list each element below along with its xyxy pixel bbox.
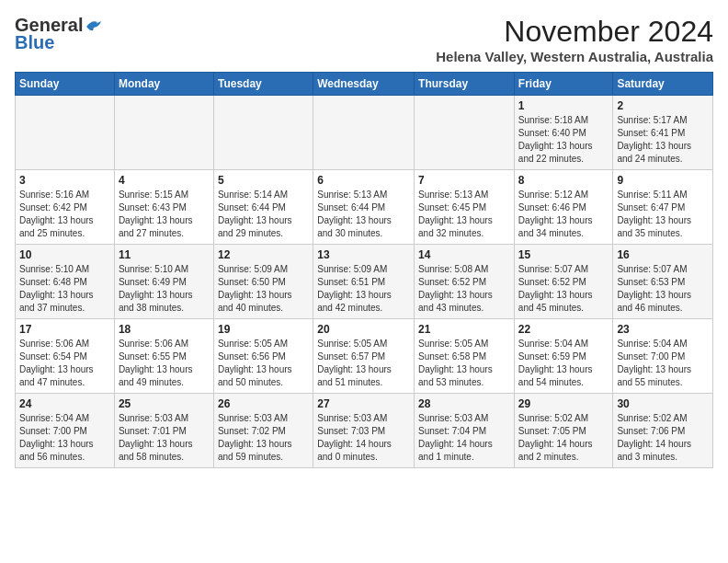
calendar-week-row: 24Sunrise: 5:04 AM Sunset: 7:00 PM Dayli… — [16, 394, 713, 468]
calendar-cell: 15Sunrise: 5:07 AM Sunset: 6:52 PM Dayli… — [514, 245, 613, 319]
calendar-cell: 9Sunrise: 5:11 AM Sunset: 6:47 PM Daylig… — [613, 170, 713, 245]
calendar-cell: 10Sunrise: 5:10 AM Sunset: 6:48 PM Dayli… — [16, 245, 115, 319]
calendar-cell: 7Sunrise: 5:13 AM Sunset: 6:45 PM Daylig… — [415, 170, 515, 245]
day-info: Sunrise: 5:06 AM Sunset: 6:55 PM Dayligh… — [119, 338, 210, 389]
day-number: 26 — [218, 397, 309, 410]
calendar-cell: 26Sunrise: 5:03 AM Sunset: 7:02 PM Dayli… — [213, 394, 313, 468]
calendar-cell — [313, 96, 415, 170]
day-number: 27 — [317, 397, 410, 410]
location-title: Helena Valley, Western Australia, Austra… — [436, 49, 713, 64]
calendar-cell: 28Sunrise: 5:03 AM Sunset: 7:04 PM Dayli… — [415, 394, 515, 468]
calendar-cell: 21Sunrise: 5:05 AM Sunset: 6:58 PM Dayli… — [415, 319, 515, 394]
calendar-cell: 13Sunrise: 5:09 AM Sunset: 6:51 PM Dayli… — [313, 245, 415, 319]
calendar-table: SundayMondayTuesdayWednesdayThursdayFrid… — [15, 72, 713, 468]
day-info: Sunrise: 5:02 AM Sunset: 7:05 PM Dayligh… — [518, 412, 609, 464]
day-info: Sunrise: 5:03 AM Sunset: 7:02 PM Dayligh… — [218, 412, 309, 464]
day-number: 7 — [418, 174, 510, 187]
calendar-cell: 23Sunrise: 5:04 AM Sunset: 7:00 PM Dayli… — [613, 319, 713, 394]
day-info: Sunrise: 5:09 AM Sunset: 6:50 PM Dayligh… — [218, 263, 309, 315]
day-info: Sunrise: 5:16 AM Sunset: 6:42 PM Dayligh… — [19, 189, 110, 240]
calendar-week-row: 1Sunrise: 5:18 AM Sunset: 6:40 PM Daylig… — [16, 96, 713, 170]
calendar-cell: 11Sunrise: 5:10 AM Sunset: 6:49 PM Dayli… — [114, 245, 213, 319]
calendar-week-row: 10Sunrise: 5:10 AM Sunset: 6:48 PM Dayli… — [16, 245, 713, 319]
day-number: 8 — [518, 174, 609, 187]
day-number: 14 — [418, 248, 510, 261]
day-info: Sunrise: 5:15 AM Sunset: 6:43 PM Dayligh… — [119, 189, 210, 240]
day-info: Sunrise: 5:10 AM Sunset: 6:49 PM Dayligh… — [119, 263, 210, 315]
calendar-cell: 2Sunrise: 5:17 AM Sunset: 6:41 PM Daylig… — [613, 96, 713, 170]
calendar-cell: 24Sunrise: 5:04 AM Sunset: 7:00 PM Dayli… — [16, 394, 115, 468]
weekday-header-sunday: Sunday — [16, 73, 115, 96]
day-number: 24 — [19, 397, 110, 410]
day-info: Sunrise: 5:04 AM Sunset: 6:59 PM Dayligh… — [518, 338, 609, 389]
day-info: Sunrise: 5:03 AM Sunset: 7:03 PM Dayligh… — [317, 412, 410, 464]
weekday-header-saturday: Saturday — [613, 73, 713, 96]
day-number: 25 — [119, 397, 210, 410]
day-info: Sunrise: 5:04 AM Sunset: 7:00 PM Dayligh… — [19, 412, 110, 464]
day-info: Sunrise: 5:09 AM Sunset: 6:51 PM Dayligh… — [317, 263, 410, 315]
day-number: 15 — [518, 248, 609, 261]
day-info: Sunrise: 5:13 AM Sunset: 6:44 PM Dayligh… — [317, 189, 410, 240]
day-number: 28 — [418, 397, 510, 410]
calendar-cell: 25Sunrise: 5:03 AM Sunset: 7:01 PM Dayli… — [114, 394, 213, 468]
day-number: 1 — [518, 99, 609, 112]
calendar-cell: 12Sunrise: 5:09 AM Sunset: 6:50 PM Dayli… — [213, 245, 313, 319]
calendar-cell: 22Sunrise: 5:04 AM Sunset: 6:59 PM Dayli… — [514, 319, 613, 394]
day-number: 12 — [218, 248, 309, 261]
day-number: 9 — [617, 174, 709, 187]
day-number: 20 — [317, 323, 410, 336]
calendar-cell: 27Sunrise: 5:03 AM Sunset: 7:03 PM Dayli… — [313, 394, 415, 468]
day-info: Sunrise: 5:17 AM Sunset: 6:41 PM Dayligh… — [617, 114, 709, 166]
weekday-header-friday: Friday — [514, 73, 613, 96]
day-number: 3 — [19, 174, 110, 187]
day-number: 29 — [518, 397, 609, 410]
day-info: Sunrise: 5:03 AM Sunset: 7:01 PM Dayligh… — [119, 412, 210, 464]
logo: General Blue — [15, 15, 105, 53]
calendar-cell: 3Sunrise: 5:16 AM Sunset: 6:42 PM Daylig… — [16, 170, 115, 245]
calendar-cell: 4Sunrise: 5:15 AM Sunset: 6:43 PM Daylig… — [114, 170, 213, 245]
day-number: 18 — [119, 323, 210, 336]
calendar-cell: 19Sunrise: 5:05 AM Sunset: 6:56 PM Dayli… — [213, 319, 313, 394]
calendar-cell: 8Sunrise: 5:12 AM Sunset: 6:46 PM Daylig… — [514, 170, 613, 245]
day-info: Sunrise: 5:05 AM Sunset: 6:57 PM Dayligh… — [317, 338, 410, 389]
day-number: 2 — [617, 99, 709, 112]
weekday-header-row: SundayMondayTuesdayWednesdayThursdayFrid… — [16, 73, 713, 96]
day-info: Sunrise: 5:08 AM Sunset: 6:52 PM Dayligh… — [418, 263, 510, 315]
weekday-header-wednesday: Wednesday — [313, 73, 415, 96]
header: General Blue November 2024 Helena Valley… — [15, 15, 713, 64]
calendar-cell — [114, 96, 213, 170]
day-number: 22 — [518, 323, 609, 336]
title-area: November 2024 Helena Valley, Western Aus… — [436, 15, 713, 64]
logo-text-blue: Blue — [15, 32, 54, 52]
day-number: 6 — [317, 174, 410, 187]
day-number: 17 — [19, 323, 110, 336]
weekday-header-tuesday: Tuesday — [213, 73, 313, 96]
calendar-week-row: 17Sunrise: 5:06 AM Sunset: 6:54 PM Dayli… — [16, 319, 713, 394]
calendar-cell: 16Sunrise: 5:07 AM Sunset: 6:53 PM Dayli… — [613, 245, 713, 319]
day-info: Sunrise: 5:07 AM Sunset: 6:53 PM Dayligh… — [617, 263, 709, 315]
day-info: Sunrise: 5:05 AM Sunset: 6:56 PM Dayligh… — [218, 338, 309, 389]
calendar-cell: 5Sunrise: 5:14 AM Sunset: 6:44 PM Daylig… — [213, 170, 313, 245]
logo-bird-icon — [85, 17, 105, 34]
day-number: 23 — [617, 323, 709, 336]
day-info: Sunrise: 5:03 AM Sunset: 7:04 PM Dayligh… — [418, 412, 510, 464]
day-number: 10 — [19, 248, 110, 261]
day-info: Sunrise: 5:04 AM Sunset: 7:00 PM Dayligh… — [617, 338, 709, 389]
day-number: 4 — [119, 174, 210, 187]
day-info: Sunrise: 5:11 AM Sunset: 6:47 PM Dayligh… — [617, 189, 709, 240]
day-info: Sunrise: 5:06 AM Sunset: 6:54 PM Dayligh… — [19, 338, 110, 389]
calendar-cell — [16, 96, 115, 170]
weekday-header-thursday: Thursday — [415, 73, 515, 96]
calendar-cell: 17Sunrise: 5:06 AM Sunset: 6:54 PM Dayli… — [16, 319, 115, 394]
day-number: 11 — [119, 248, 210, 261]
calendar-cell — [213, 96, 313, 170]
calendar-cell — [415, 96, 515, 170]
day-info: Sunrise: 5:02 AM Sunset: 7:06 PM Dayligh… — [617, 412, 709, 464]
calendar-cell: 6Sunrise: 5:13 AM Sunset: 6:44 PM Daylig… — [313, 170, 415, 245]
month-title: November 2024 — [436, 15, 713, 49]
day-info: Sunrise: 5:14 AM Sunset: 6:44 PM Dayligh… — [218, 189, 309, 240]
calendar-cell: 14Sunrise: 5:08 AM Sunset: 6:52 PM Dayli… — [415, 245, 515, 319]
day-info: Sunrise: 5:18 AM Sunset: 6:40 PM Dayligh… — [518, 114, 609, 166]
calendar-week-row: 3Sunrise: 5:16 AM Sunset: 6:42 PM Daylig… — [16, 170, 713, 245]
day-number: 30 — [617, 397, 709, 410]
